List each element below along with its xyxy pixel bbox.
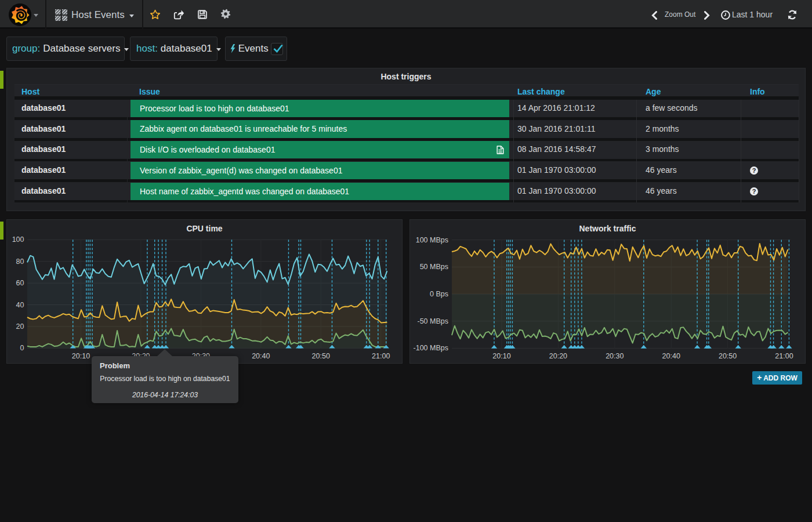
svg-text:21:00: 21:00: [775, 352, 793, 360]
svg-text:80: 80: [16, 258, 24, 266]
svg-text:-50 MBps: -50 MBps: [418, 317, 449, 325]
svg-text:20:40: 20:40: [252, 352, 270, 360]
svg-text:50 MBps: 50 MBps: [420, 263, 448, 271]
svg-text:20:40: 20:40: [662, 352, 680, 360]
svg-text:20:30: 20:30: [606, 352, 624, 360]
svg-text:20:10: 20:10: [72, 352, 90, 360]
svg-text:100: 100: [12, 235, 24, 244]
svg-text:-100 MBps: -100 MBps: [414, 344, 448, 352]
svg-text:0: 0: [20, 344, 24, 352]
svg-text:20:20: 20:20: [549, 352, 567, 360]
svg-text:21:00: 21:00: [372, 352, 390, 360]
svg-text:20:50: 20:50: [312, 352, 330, 360]
svg-text:0 Bps: 0 Bps: [430, 290, 448, 298]
svg-text:20:10: 20:10: [492, 352, 510, 360]
svg-text:60: 60: [16, 279, 24, 287]
svg-text:20: 20: [16, 322, 24, 331]
svg-text:100 MBps: 100 MBps: [416, 236, 448, 244]
svg-text:20:50: 20:50: [719, 352, 737, 360]
svg-text:40: 40: [16, 301, 24, 309]
